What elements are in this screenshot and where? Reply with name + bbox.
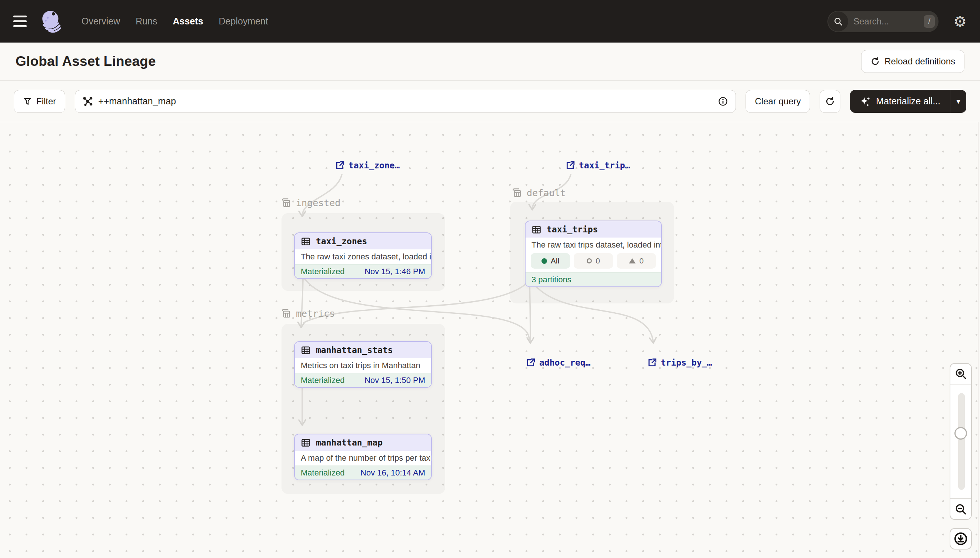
refresh-icon [825,96,835,107]
partitions-failed-pill[interactable]: 0 [617,253,656,269]
asset-name: manhattan_map [316,438,382,447]
asset-description: Metrics on taxi trips in Manhattan [295,358,431,373]
top-nav-bar: Overview Runs Assets Deployment / ⚙ [0,0,980,43]
page-title: Global Asset Lineage [16,54,156,69]
graph-query-icon [82,96,93,107]
search-icon [828,11,848,31]
zoom-out-icon [954,503,967,515]
zoom-out-button[interactable] [950,499,972,520]
external-asset-taxi-zone-file[interactable]: taxi_zone… [335,161,400,170]
nav-deployment[interactable]: Deployment [219,16,268,27]
hamburger-menu-icon[interactable] [13,14,30,29]
global-search[interactable]: / [827,11,939,32]
download-image-button[interactable] [950,528,972,550]
asset-node-manhattan-map[interactable]: manhattan_map A map of the number of tri… [294,434,432,480]
filter-button[interactable]: Filter [14,90,65,113]
external-asset-adhoc-request[interactable]: adhoc_req… [526,358,590,368]
zoom-slider-track[interactable] [958,393,965,490]
lineage-toolbar: Filter Clear query Materialize all... ▾ [0,80,980,122]
nav-assets[interactable]: Assets [173,16,203,27]
external-asset-trips-by-week[interactable]: trips_by_… [647,358,712,368]
materialized-status: Materialized [301,267,345,276]
lineage-graph-canvas[interactable]: ingested default metrics taxi_zone… taxi… [0,122,980,558]
caret-down-icon: ▾ [956,97,960,106]
main-nav: Overview Runs Assets Deployment [81,16,268,27]
sparkle-icon [860,96,871,107]
group-label-metrics[interactable]: metrics [280,308,335,319]
clear-query-button[interactable]: Clear query [746,90,810,113]
asset-node-taxi-trips[interactable]: taxi_trips The raw taxi trips dataset, l… [525,220,662,287]
search-input[interactable] [853,16,924,27]
page-header: Global Asset Lineage Reload definitions [0,43,980,80]
materialized-status: Materialized [301,376,345,385]
gear-icon[interactable]: ⚙ [953,14,967,29]
external-asset-taxi-trip-file[interactable]: taxi_trip… [565,161,630,170]
zoom-in-icon [954,368,967,380]
materialization-timestamp[interactable]: Nov 16, 10:14 AM [361,468,425,478]
materialization-timestamp[interactable]: Nov 15, 1:50 PM [364,376,425,385]
partitions-all-pill[interactable]: All [531,253,570,269]
asset-node-manhattan-stats[interactable]: manhattan_stats Metrics on taxi trips in… [294,341,432,388]
nav-overview[interactable]: Overview [81,16,120,27]
external-link-icon [526,358,535,368]
search-shortcut-badge: / [924,15,935,28]
partitions-missing-pill[interactable]: 0 [574,253,613,269]
asset-query-field[interactable] [75,90,736,113]
table-icon [301,438,311,448]
filter-funnel-icon [23,97,32,106]
materialize-options-caret[interactable]: ▾ [950,90,966,113]
materialization-timestamp[interactable]: Nov 15, 1:46 PM [364,267,425,276]
refresh-icon [870,57,880,66]
zoom-controls [950,363,972,550]
asset-group-icon [280,197,292,208]
asset-description: The raw taxi zones dataset, loaded int..… [295,249,431,264]
asset-group-icon [511,187,522,199]
download-icon [954,532,968,546]
partitions-count-label[interactable]: 3 partitions [532,275,572,284]
reload-definitions-button[interactable]: Reload definitions [861,50,964,73]
asset-description: A map of the number of trips per taxi z.… [295,451,431,466]
missing-ring-icon [587,258,592,263]
asset-query-input[interactable] [98,96,713,107]
external-link-icon [647,358,657,368]
zoom-slider [950,384,972,499]
asset-group-icon [280,308,292,319]
info-icon[interactable] [718,96,728,107]
asset-name: manhattan_stats [316,345,393,355]
partition-health-row: All 0 0 [525,252,661,272]
dagster-logo-icon[interactable] [39,9,64,34]
materialized-status: Materialized [301,468,345,478]
external-link-icon [335,161,345,170]
table-icon [301,236,311,246]
nav-runs[interactable]: Runs [135,16,157,27]
table-icon [532,225,542,235]
zoom-in-button[interactable] [950,363,972,384]
materialize-all-button[interactable]: Materialize all... [850,90,950,113]
asset-name: taxi_zones [316,236,367,246]
asset-node-taxi-zones[interactable]: taxi_zones The raw taxi zones dataset, l… [294,232,432,279]
zoom-slider-handle[interactable] [954,427,967,440]
asset-name: taxi_trips [547,225,598,234]
success-dot-icon [542,258,547,264]
group-label-default[interactable]: default [511,187,565,199]
refresh-graph-button[interactable] [820,90,840,113]
group-label-ingested[interactable]: ingested [280,197,340,208]
asset-description: The raw taxi trips dataset, loaded into … [525,238,661,252]
materialize-all-split-button: Materialize all... ▾ [850,90,966,113]
warning-triangle-icon [629,258,636,263]
lineage-edges [0,122,980,558]
external-link-icon [565,161,575,170]
table-icon [301,345,311,355]
